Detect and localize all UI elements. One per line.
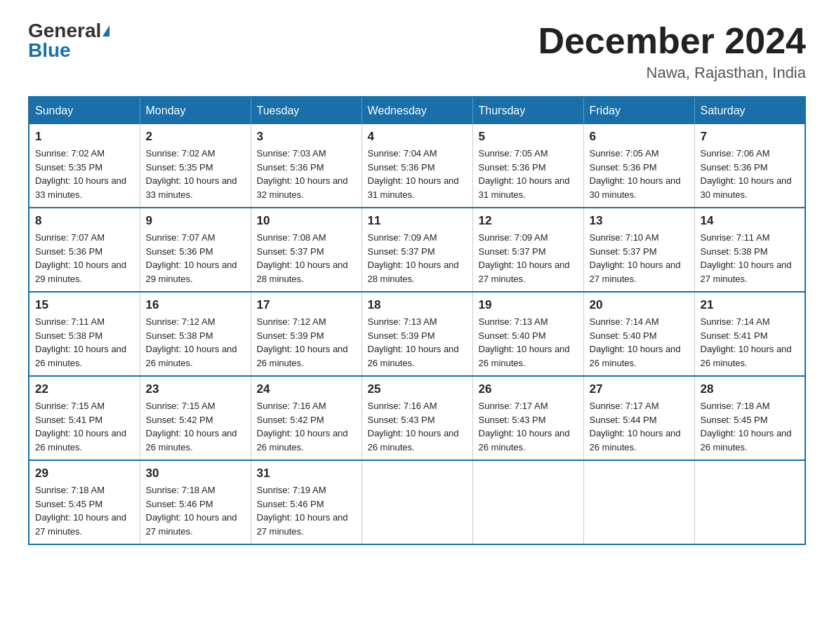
calendar-cell: 11Sunrise: 7:09 AMSunset: 5:37 PMDayligh… bbox=[362, 208, 472, 292]
title-block: December 2024 Nawa, Rajasthan, India bbox=[538, 21, 806, 82]
day-number: 7 bbox=[701, 130, 800, 144]
logo-blue-text: Blue bbox=[28, 41, 71, 60]
day-number: 20 bbox=[590, 298, 689, 312]
day-number: 3 bbox=[257, 130, 356, 144]
calendar-cell: 14Sunrise: 7:11 AMSunset: 5:38 PMDayligh… bbox=[694, 208, 805, 292]
day-info: Sunrise: 7:16 AMSunset: 5:43 PMDaylight:… bbox=[368, 399, 467, 454]
calendar-cell bbox=[694, 460, 805, 544]
day-info: Sunrise: 7:05 AMSunset: 5:36 PMDaylight:… bbox=[479, 147, 578, 201]
calendar-cell: 12Sunrise: 7:09 AMSunset: 5:37 PMDayligh… bbox=[472, 208, 583, 292]
calendar-week-row: 22Sunrise: 7:15 AMSunset: 5:41 PMDayligh… bbox=[29, 376, 805, 460]
day-info: Sunrise: 7:14 AMSunset: 5:41 PMDaylight:… bbox=[701, 315, 800, 370]
calendar-week-row: 15Sunrise: 7:11 AMSunset: 5:38 PMDayligh… bbox=[29, 292, 805, 376]
calendar-cell: 15Sunrise: 7:11 AMSunset: 5:38 PMDayligh… bbox=[29, 292, 140, 376]
day-number: 8 bbox=[35, 214, 134, 228]
calendar-cell: 13Sunrise: 7:10 AMSunset: 5:37 PMDayligh… bbox=[583, 208, 694, 292]
day-number: 14 bbox=[701, 214, 800, 228]
calendar-cell: 16Sunrise: 7:12 AMSunset: 5:38 PMDayligh… bbox=[140, 292, 251, 376]
calendar-cell: 6Sunrise: 7:05 AMSunset: 5:36 PMDaylight… bbox=[583, 124, 694, 208]
day-info: Sunrise: 7:08 AMSunset: 5:37 PMDaylight:… bbox=[257, 231, 356, 286]
weekday-header-row: SundayMondayTuesdayWednesdayThursdayFrid… bbox=[29, 97, 805, 124]
day-info: Sunrise: 7:17 AMSunset: 5:44 PMDaylight:… bbox=[590, 399, 689, 454]
day-info: Sunrise: 7:13 AMSunset: 5:40 PMDaylight:… bbox=[479, 315, 578, 370]
day-info: Sunrise: 7:13 AMSunset: 5:39 PMDaylight:… bbox=[368, 315, 467, 370]
day-number: 19 bbox=[479, 298, 578, 312]
day-info: Sunrise: 7:15 AMSunset: 5:42 PMDaylight:… bbox=[146, 399, 245, 454]
day-info: Sunrise: 7:14 AMSunset: 5:40 PMDaylight:… bbox=[590, 315, 689, 370]
weekday-header-wednesday: Wednesday bbox=[362, 97, 472, 124]
page-header: General Blue December 2024 Nawa, Rajasth… bbox=[28, 21, 806, 82]
logo-triangle-icon bbox=[102, 25, 110, 36]
day-number: 12 bbox=[479, 214, 578, 228]
day-number: 28 bbox=[701, 382, 800, 396]
day-number: 10 bbox=[257, 214, 356, 228]
day-number: 17 bbox=[257, 298, 356, 312]
logo-general-text: General bbox=[28, 21, 101, 41]
day-info: Sunrise: 7:11 AMSunset: 5:38 PMDaylight:… bbox=[701, 231, 800, 286]
calendar-cell bbox=[362, 460, 472, 544]
calendar-cell bbox=[583, 460, 694, 544]
weekday-header-tuesday: Tuesday bbox=[251, 97, 362, 124]
day-number: 13 bbox=[590, 214, 689, 228]
month-title: December 2024 bbox=[538, 21, 806, 61]
calendar-week-row: 8Sunrise: 7:07 AMSunset: 5:36 PMDaylight… bbox=[29, 208, 805, 292]
calendar-cell: 10Sunrise: 7:08 AMSunset: 5:37 PMDayligh… bbox=[251, 208, 362, 292]
day-info: Sunrise: 7:12 AMSunset: 5:38 PMDaylight:… bbox=[146, 315, 245, 370]
day-number: 18 bbox=[368, 298, 467, 312]
day-info: Sunrise: 7:05 AMSunset: 5:36 PMDaylight:… bbox=[590, 147, 689, 201]
day-info: Sunrise: 7:04 AMSunset: 5:36 PMDaylight:… bbox=[368, 147, 467, 201]
weekday-header-saturday: Saturday bbox=[694, 97, 805, 124]
calendar-table: SundayMondayTuesdayWednesdayThursdayFrid… bbox=[28, 96, 806, 545]
day-info: Sunrise: 7:07 AMSunset: 5:36 PMDaylight:… bbox=[35, 231, 134, 286]
weekday-header-thursday: Thursday bbox=[472, 97, 583, 124]
calendar-cell: 25Sunrise: 7:16 AMSunset: 5:43 PMDayligh… bbox=[362, 376, 472, 460]
day-info: Sunrise: 7:18 AMSunset: 5:45 PMDaylight:… bbox=[35, 483, 134, 538]
day-info: Sunrise: 7:03 AMSunset: 5:36 PMDaylight:… bbox=[257, 147, 356, 201]
calendar-cell: 28Sunrise: 7:18 AMSunset: 5:45 PMDayligh… bbox=[694, 376, 805, 460]
day-number: 9 bbox=[146, 214, 245, 228]
day-number: 23 bbox=[146, 382, 245, 396]
day-info: Sunrise: 7:12 AMSunset: 5:39 PMDaylight:… bbox=[257, 315, 356, 370]
day-number: 27 bbox=[590, 382, 689, 396]
calendar-cell: 19Sunrise: 7:13 AMSunset: 5:40 PMDayligh… bbox=[472, 292, 583, 376]
day-number: 29 bbox=[35, 467, 134, 481]
day-number: 25 bbox=[368, 382, 467, 396]
day-number: 1 bbox=[35, 130, 134, 144]
calendar-cell: 18Sunrise: 7:13 AMSunset: 5:39 PMDayligh… bbox=[362, 292, 472, 376]
day-info: Sunrise: 7:10 AMSunset: 5:37 PMDaylight:… bbox=[590, 231, 689, 286]
day-number: 16 bbox=[146, 298, 245, 312]
calendar-cell: 3Sunrise: 7:03 AMSunset: 5:36 PMDaylight… bbox=[251, 124, 362, 208]
day-info: Sunrise: 7:11 AMSunset: 5:38 PMDaylight:… bbox=[35, 315, 134, 370]
weekday-header-sunday: Sunday bbox=[29, 97, 140, 124]
day-info: Sunrise: 7:06 AMSunset: 5:36 PMDaylight:… bbox=[701, 147, 800, 201]
calendar-cell: 4Sunrise: 7:04 AMSunset: 5:36 PMDaylight… bbox=[362, 124, 472, 208]
day-info: Sunrise: 7:19 AMSunset: 5:46 PMDaylight:… bbox=[257, 483, 356, 538]
calendar-cell: 29Sunrise: 7:18 AMSunset: 5:45 PMDayligh… bbox=[29, 460, 140, 544]
calendar-cell: 27Sunrise: 7:17 AMSunset: 5:44 PMDayligh… bbox=[583, 376, 694, 460]
calendar-cell: 22Sunrise: 7:15 AMSunset: 5:41 PMDayligh… bbox=[29, 376, 140, 460]
calendar-cell: 2Sunrise: 7:02 AMSunset: 5:35 PMDaylight… bbox=[140, 124, 251, 208]
calendar-cell bbox=[472, 460, 583, 544]
calendar-cell: 23Sunrise: 7:15 AMSunset: 5:42 PMDayligh… bbox=[140, 376, 251, 460]
calendar-cell: 30Sunrise: 7:18 AMSunset: 5:46 PMDayligh… bbox=[140, 460, 251, 544]
day-info: Sunrise: 7:18 AMSunset: 5:46 PMDaylight:… bbox=[146, 483, 245, 538]
day-number: 2 bbox=[146, 130, 245, 144]
day-number: 21 bbox=[701, 298, 800, 312]
location-title: Nawa, Rajasthan, India bbox=[538, 64, 806, 82]
day-info: Sunrise: 7:18 AMSunset: 5:45 PMDaylight:… bbox=[701, 399, 800, 454]
calendar-week-row: 29Sunrise: 7:18 AMSunset: 5:45 PMDayligh… bbox=[29, 460, 805, 544]
calendar-cell: 20Sunrise: 7:14 AMSunset: 5:40 PMDayligh… bbox=[583, 292, 694, 376]
day-number: 4 bbox=[368, 130, 467, 144]
day-number: 31 bbox=[257, 467, 356, 481]
day-info: Sunrise: 7:02 AMSunset: 5:35 PMDaylight:… bbox=[146, 147, 245, 201]
day-number: 26 bbox=[479, 382, 578, 396]
calendar-cell: 31Sunrise: 7:19 AMSunset: 5:46 PMDayligh… bbox=[251, 460, 362, 544]
weekday-header-monday: Monday bbox=[140, 97, 251, 124]
calendar-cell: 1Sunrise: 7:02 AMSunset: 5:35 PMDaylight… bbox=[29, 124, 140, 208]
day-info: Sunrise: 7:09 AMSunset: 5:37 PMDaylight:… bbox=[479, 231, 578, 286]
weekday-header-friday: Friday bbox=[583, 97, 694, 124]
calendar-cell: 9Sunrise: 7:07 AMSunset: 5:36 PMDaylight… bbox=[140, 208, 251, 292]
day-number: 6 bbox=[590, 130, 689, 144]
calendar-cell: 7Sunrise: 7:06 AMSunset: 5:36 PMDaylight… bbox=[694, 124, 805, 208]
day-number: 22 bbox=[35, 382, 134, 396]
